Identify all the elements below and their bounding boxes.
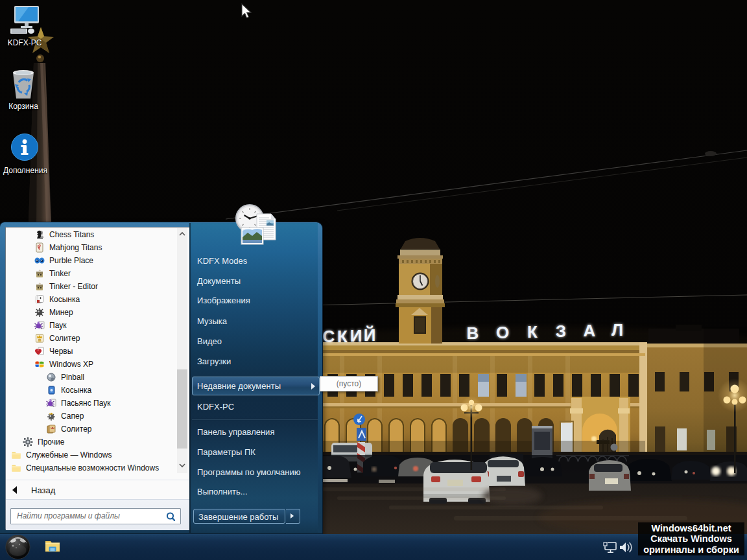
svg-text:И: И [350, 326, 362, 345]
svg-text:В: В [467, 323, 479, 343]
svg-text:К: К [337, 327, 348, 346]
svg-text:К: К [527, 322, 538, 342]
svg-text:Л: Л [611, 320, 623, 340]
svg-text:Й: Й [364, 325, 376, 345]
svg-text:З: З [556, 321, 566, 341]
svg-text:А: А [584, 321, 596, 340]
svg-text:О: О [496, 323, 509, 342]
svg-text:С: С [323, 327, 335, 346]
